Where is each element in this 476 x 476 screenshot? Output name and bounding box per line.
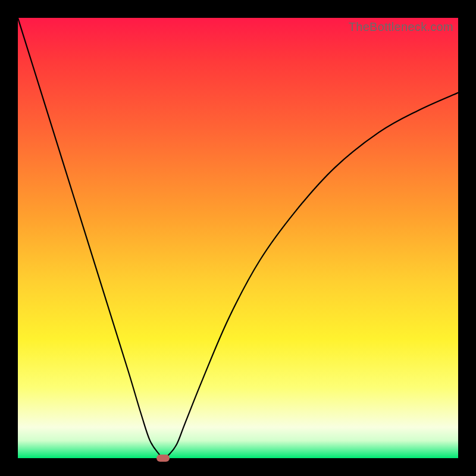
plot-area: TheBottleneck.com	[18, 18, 458, 458]
bottleneck-curve	[18, 18, 458, 458]
optimal-point-marker	[156, 455, 170, 462]
chart-frame: TheBottleneck.com	[0, 0, 476, 476]
